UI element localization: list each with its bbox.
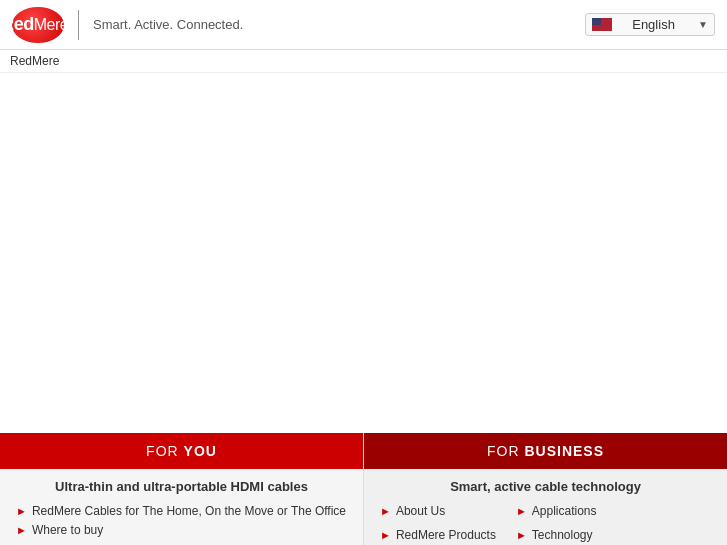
language-selector[interactable]: English ▼ <box>585 13 715 36</box>
arrow-icon: ► <box>516 529 527 541</box>
section-for-you: FOR YOU Ultra-thin and ultra-portable HD… <box>0 433 363 545</box>
section-business-header: FOR BUSINESS <box>364 433 727 469</box>
tagline: Smart. Active. Connected. <box>93 17 243 32</box>
section-you-header: FOR YOU <box>0 433 363 469</box>
main-content <box>0 73 727 433</box>
arrow-icon: ► <box>516 505 527 517</box>
list-item[interactable]: ► Where to buy <box>16 523 347 537</box>
flag-icon <box>592 18 612 31</box>
logo-wrap: RedMere® <box>12 7 64 43</box>
language-label: English <box>632 17 675 32</box>
for-business-bold: BUSINESS <box>524 443 604 459</box>
for-you-bold: YOU <box>184 443 217 459</box>
business-link-products[interactable]: RedMere Products <box>396 528 496 542</box>
bottom-sections: FOR YOU Ultra-thin and ultra-portable HD… <box>0 433 727 545</box>
arrow-icon: ► <box>380 505 391 517</box>
logo-oval: RedMere® <box>12 7 64 43</box>
header: RedMere® Smart. Active. Connected. Engli… <box>0 0 727 50</box>
for-you-subtitle: Ultra-thin and ultra-portable HDMI cable… <box>0 469 363 500</box>
list-item[interactable]: ► RedMere Cables for The Home, On the Mo… <box>16 504 347 518</box>
logo-mere-text: Mere <box>34 16 68 34</box>
page-wrapper: RedMere® Smart. Active. Connected. Engli… <box>0 0 727 545</box>
business-col-2: ► Applications ► Technology <box>516 504 597 545</box>
list-item[interactable]: ► RedMere Products <box>380 528 496 542</box>
business-link-about[interactable]: About Us <box>396 504 445 518</box>
logo-full: RedMere® <box>1 14 75 35</box>
arrow-icon: ► <box>380 529 391 541</box>
breadcrumb: RedMere <box>0 50 727 73</box>
business-links-grid: ► About Us ► RedMere Products ► News & E… <box>364 500 727 545</box>
logo-trademark: ® <box>68 20 75 30</box>
for-you-links: ► RedMere Cables for The Home, On the Mo… <box>0 500 363 545</box>
dropdown-arrow-icon: ▼ <box>698 19 708 30</box>
for-you-for: FOR <box>146 443 183 459</box>
list-item[interactable]: ► Applications <box>516 504 597 518</box>
business-link-applications[interactable]: Applications <box>532 504 597 518</box>
breadcrumb-text: RedMere <box>10 54 59 68</box>
header-divider <box>78 10 79 40</box>
for-business-for: FOR <box>487 443 524 459</box>
arrow-icon: ► <box>16 505 27 517</box>
us-flag <box>592 18 612 31</box>
list-item[interactable]: ► About Us <box>380 504 496 518</box>
arrow-icon: ► <box>16 524 27 536</box>
business-link-technology[interactable]: Technology <box>532 528 593 542</box>
for-you-link-1[interactable]: RedMere Cables for The Home, On the Move… <box>32 504 346 518</box>
for-you-link-2[interactable]: Where to buy <box>32 523 103 537</box>
logo-red-text: Red <box>1 14 34 35</box>
section-for-business: FOR BUSINESS Smart, active cable technol… <box>363 433 727 545</box>
list-item[interactable]: ► Technology <box>516 528 597 542</box>
for-business-subtitle: Smart, active cable technology <box>364 469 727 500</box>
business-col-1: ► About Us ► RedMere Products ► News & E… <box>380 504 496 545</box>
